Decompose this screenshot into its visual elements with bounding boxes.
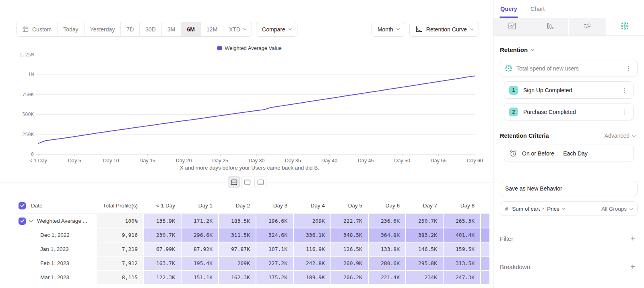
total-profiles-cell[interactable]: 9,916 [97,228,144,242]
save-as-new-behavior-button[interactable]: Save as New Behavior [500,181,638,196]
retention-cell[interactable]: 87.92K [182,242,219,256]
retention-cell[interactable]: 133.8K [369,242,406,256]
retention-cell[interactable]: 247.3K [444,271,481,284]
row-label[interactable]: Jan 1, 2023 [40,246,69,252]
range-30d[interactable]: 30D [140,22,162,36]
behavior-card[interactable]: Total spend of new users ⋮ [500,60,638,77]
tab-query[interactable]: Query [500,0,517,18]
tab-chart[interactable]: Chart [530,0,545,18]
retention-cell[interactable]: 242.8K [294,257,331,270]
retention-cell[interactable]: 236.6K [369,214,406,228]
report-tab-insights[interactable] [493,18,531,35]
retention-cell[interactable]: 234K [406,271,444,284]
row-label[interactable]: Dec 1, 2022 [40,232,70,238]
kebab-menu-icon[interactable]: ⋮ [621,108,628,116]
retention-cell[interactable]: 67.99K [144,242,182,256]
compare-button[interactable]: Compare [256,22,297,37]
retention-cell[interactable]: 313.5K [444,257,481,270]
kebab-menu-icon[interactable]: ⋮ [621,87,628,94]
range-3m[interactable]: 3M [162,22,181,36]
retention-cell[interactable]: 364.8K [369,228,406,242]
group-dropdown[interactable]: All Groups [601,206,632,212]
range-xtd[interactable]: XTD [223,22,252,36]
add-breakdown-button[interactable]: + [630,263,635,271]
retention-cell[interactable]: 250.7K [406,214,444,228]
range-today[interactable]: Today [58,22,84,36]
retention-cell[interactable]: 195.4K [182,257,219,270]
retention-cell[interactable]: 163.7K [144,257,182,270]
total-profiles-cell[interactable]: 7,219 [97,242,144,256]
retention-cell[interactable]: 206.2K [331,271,369,284]
retention-cell[interactable]: 260.9K [331,257,369,270]
retention-cell[interactable]: 171.2K [182,214,219,228]
retention-cell[interactable]: 209K [294,214,331,228]
retention-cell[interactable]: 116.9K [294,242,331,256]
criteria-condition[interactable]: On or Before [522,150,554,157]
retention-cell[interactable]: 311.5K [219,228,256,242]
retention-cell[interactable]: 151.1K [182,271,219,284]
kebab-menu-icon[interactable]: ⋮ [625,65,632,72]
behavior-step-card[interactable]: 1Sign Up Completed⋮ [504,81,634,99]
retention-cell-partial[interactable] [481,242,489,256]
criteria-frequency[interactable]: Each Day [563,150,588,157]
retention-section-header[interactable]: Retention [500,46,638,53]
retention-cell[interactable]: 135.9K [144,214,182,228]
row-label[interactable]: Feb 1, 2023 [40,260,69,266]
table-view-toggle-button[interactable] [254,176,266,188]
range-yesterday[interactable]: Yesterday [85,22,121,36]
behavior-step-card[interactable]: 2Purchase Completed⋮ [504,103,634,120]
range-6m[interactable]: 6M [181,22,200,36]
chart-view-toggle-button[interactable] [241,176,253,188]
retention-cell[interactable]: 265.3K [444,214,481,228]
retention-cell[interactable]: 383.2K [406,228,444,242]
line-chart-plot[interactable]: 0250K500K750K1M1.25M< 1 DayDay 5Day 10Da… [16,44,483,172]
measure-dropdown[interactable]: Sum of cart Price [512,206,565,212]
retention-cell-partial[interactable] [481,271,489,284]
retention-cell[interactable]: 122.3K [144,271,182,284]
retention-cell[interactable]: 221.4K [369,271,406,284]
range-12m[interactable]: 12M [201,22,223,36]
retention-cell[interactable]: 230.7K [144,228,182,242]
report-tab-retention[interactable] [607,18,644,35]
row-label[interactable]: Mar 1, 2023 [40,274,69,280]
criteria-condition-card[interactable]: On or Before Each Day [504,145,634,162]
retention-cell[interactable]: 196.6K [256,214,294,228]
criteria-mode-dropdown[interactable]: Advanced [605,133,635,139]
report-tab-flows[interactable] [569,18,607,35]
report-tab-funnels[interactable] [531,18,569,35]
retention-cell[interactable]: 107.1K [256,242,294,256]
total-profiles-cell[interactable]: 7,912 [97,257,144,270]
retention-cell[interactable]: 348.5K [331,228,369,242]
split-view-toggle-button[interactable] [228,176,240,188]
retention-cell[interactable]: 209K [219,257,256,270]
retention-cell[interactable]: 183.5K [219,214,256,228]
add-filter-button[interactable]: + [630,234,635,242]
retention-cell[interactable]: 280.6K [369,257,406,270]
range-custom[interactable]: Custom [17,22,58,36]
retention-cell[interactable]: 162.3K [219,271,256,284]
chart-type-button[interactable]: Retention Curve [409,22,479,37]
total-profiles-cell[interactable]: 100% [97,214,144,228]
row-label[interactable]: Weighted Average ... [37,218,87,224]
retention-cell[interactable]: 159.5K [444,242,481,256]
range-7d[interactable]: 7D [121,22,140,36]
retention-cell[interactable]: 222.7K [331,214,369,228]
retention-cell[interactable]: 295.8K [406,257,444,270]
retention-cell[interactable]: 175.2K [256,271,294,284]
retention-cell[interactable]: 401.4K [444,228,481,242]
retention-cell-partial[interactable] [481,228,489,242]
retention-cell-partial[interactable] [481,214,489,228]
chevron-down-icon[interactable] [29,219,33,222]
retention-cell-partial[interactable] [481,257,489,270]
retention-cell[interactable]: 296.6K [182,228,219,242]
total-profiles-cell[interactable]: 8,115 [97,271,144,284]
retention-cell[interactable]: 324.6K [256,228,294,242]
retention-cell[interactable]: 146.5K [406,242,444,256]
retention-cell[interactable]: 336.1K [294,228,331,242]
retention-cell[interactable]: 97.87K [219,242,256,256]
granularity-button[interactable]: Month [372,22,405,37]
retention-cell[interactable]: 126.5K [331,242,369,256]
row-checkbox[interactable] [19,218,26,225]
retention-cell[interactable]: 227.2K [256,257,294,270]
retention-cell[interactable]: 189.9K [294,271,331,284]
